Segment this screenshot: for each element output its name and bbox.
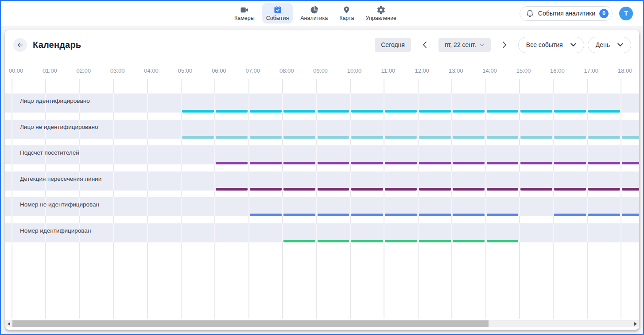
event-bar-segment[interactable] [554,110,586,113]
band-tick [316,197,317,216]
event-bar-segment[interactable] [182,110,214,113]
nav-item-events[interactable]: События [262,3,293,23]
event-bar-segment[interactable] [318,240,349,242]
event-bar-segment[interactable] [318,162,349,164]
user-avatar[interactable]: T [619,7,633,20]
event-bar-segment[interactable] [283,188,315,191]
event-bar-segment[interactable] [351,136,383,139]
event-bar-segment[interactable] [250,136,282,139]
event-bar-segment[interactable] [453,240,485,242]
event-bar-segment[interactable] [351,240,383,242]
band-tick [519,171,520,191]
event-bar-segment[interactable] [216,110,248,113]
prev-day-button[interactable] [420,38,430,52]
event-bar-segment[interactable] [487,240,519,242]
event-bar-segment[interactable] [385,240,417,242]
event-bar-segment[interactable] [283,162,315,164]
nav-item-management[interactable]: Управление [362,3,401,23]
today-button[interactable]: Сегодня [375,38,411,52]
timeline-row: Лицо не идентифицировано [5,120,639,139]
event-bar-segment[interactable] [487,110,519,113]
event-bar-segment[interactable] [385,136,417,139]
event-bar-segment[interactable] [622,214,639,216]
nav-item-cameras[interactable]: Камеры [230,3,259,23]
date-selector[interactable]: пт, 22 сент. [438,38,491,52]
event-bar-segment[interactable] [453,136,485,139]
band-tick [485,223,486,242]
next-day-button[interactable] [500,38,509,52]
event-bar-segment[interactable] [588,136,620,139]
top-navigation-bar: Камеры События Аналитика [1,1,643,26]
event-bar-segment[interactable] [419,136,451,139]
event-bar-segment[interactable] [622,188,639,191]
event-bar-segment[interactable] [520,188,552,191]
event-bar-segment[interactable] [283,214,315,216]
back-button[interactable] [13,38,27,52]
event-bar-segment[interactable] [419,162,451,164]
event-bar-segment[interactable] [554,136,586,139]
event-bar-segment[interactable] [554,214,586,216]
nav-item-map[interactable]: Карта [335,3,358,23]
event-bar-segment[interactable] [588,110,620,113]
event-bar-segment[interactable] [318,188,349,191]
event-bar-segment[interactable] [385,162,417,164]
event-bar-segment[interactable] [250,110,282,113]
event-bar-segment[interactable] [216,136,248,139]
event-bar-segment[interactable] [588,214,620,216]
scale-dropdown[interactable]: День [588,37,631,53]
event-bar-segment[interactable] [318,110,349,113]
event-bar-segment[interactable] [622,162,639,164]
event-bar-segment[interactable] [250,214,282,216]
event-bar-segment[interactable] [487,136,519,139]
event-bar-segment[interactable] [385,110,417,113]
event-bar-segment[interactable] [588,188,620,191]
event-bar-segment[interactable] [182,136,214,139]
scrollbar-thumb[interactable] [12,320,489,327]
event-bar-segment[interactable] [283,240,315,242]
event-bar-segment[interactable] [385,214,417,216]
event-bar-segment[interactable] [520,162,552,164]
event-bar-segment[interactable] [351,188,383,191]
event-bar-segment[interactable] [318,136,349,139]
event-bar-segment[interactable] [554,162,586,164]
event-bar-segment[interactable] [318,214,349,216]
hour-label: 16:00 [550,67,565,74]
event-bar-segment[interactable] [250,188,282,191]
scroll-right-arrow[interactable] [634,322,637,326]
event-bar-segment[interactable] [385,188,417,191]
event-bar-segment[interactable] [588,162,620,164]
event-bar-segment[interactable] [351,214,383,216]
nav-item-analytics[interactable]: Аналитика [296,3,332,23]
event-bar-segment[interactable] [554,188,586,191]
event-bar-segment[interactable] [216,188,248,191]
event-bar-segment[interactable] [453,162,485,164]
event-bar-segment[interactable] [419,214,451,216]
event-bar-segment[interactable] [453,214,485,216]
event-bar-segment[interactable] [283,110,315,113]
event-bar-segment[interactable] [351,110,383,113]
event-bar-segment[interactable] [453,188,485,191]
event-bar-segment[interactable] [419,188,451,191]
band-tick [418,120,419,139]
event-bar-segment[interactable] [487,188,519,191]
timeline-grid[interactable]: Лицо идентифицированоЛицо не идентифицир… [5,79,639,319]
band-tick [451,197,452,216]
event-bar-segment[interactable] [216,162,248,164]
event-bar-segment[interactable] [520,136,552,139]
scroll-left-arrow[interactable] [8,322,10,326]
event-bar-segment[interactable] [622,136,639,139]
event-bar-segment[interactable] [453,110,485,113]
event-bar-segment[interactable] [419,110,451,113]
event-bar-segment[interactable] [250,162,282,164]
band-tick [282,93,283,113]
event-bar-segment[interactable] [487,162,519,164]
event-bar-segment[interactable] [487,214,519,216]
event-bar-segment[interactable] [351,162,383,164]
event-bar-segment[interactable] [283,136,315,139]
event-bar-segment[interactable] [419,240,451,242]
analytics-events-button[interactable]: События аналитики 0 [520,6,613,21]
band-tick [587,171,588,191]
horizontal-scrollbar[interactable] [5,320,639,327]
events-filter-dropdown[interactable]: Все события [518,37,584,53]
event-bar-segment[interactable] [520,110,552,113]
